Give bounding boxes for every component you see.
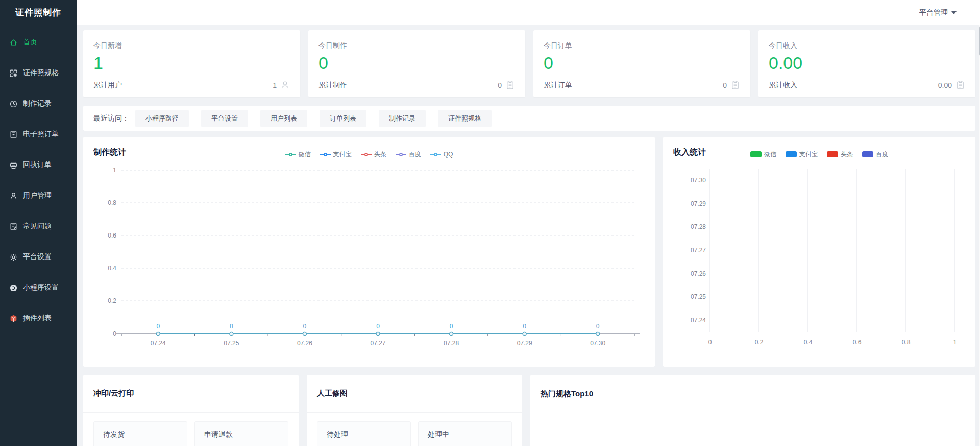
- sidebar-item-label: 回执订单: [23, 160, 52, 170]
- line-legend-marker: [430, 153, 441, 156]
- panel-stat-label: 待处理: [327, 430, 401, 439]
- legend-item-QQ[interactable]: QQ: [430, 151, 453, 158]
- bar-legend-marker: [786, 151, 797, 157]
- svg-text:0.8: 0.8: [902, 339, 911, 346]
- clipboard-icon: [955, 80, 965, 90]
- panel-title-row: 冲印/云打印: [83, 375, 299, 413]
- recent-visits-bar: 最近访问： 小程序路径平台设置用户列表订单列表制作记录证件照规格: [83, 106, 975, 131]
- legend-item-百度[interactable]: 百度: [862, 150, 888, 159]
- sidebar-item-user-mgmt[interactable]: 用户管理: [0, 180, 77, 211]
- svg-text:0.4: 0.4: [804, 339, 813, 346]
- panel-title-row: 热门规格Top10: [530, 375, 975, 413]
- svg-text:0: 0: [596, 323, 600, 330]
- stat-card-label: 今日订单: [544, 41, 740, 51]
- income-stats-bar-chart: 00.20.40.60.8107.3007.2907.2807.2707.260…: [673, 162, 965, 359]
- svg-text:0.6: 0.6: [853, 339, 862, 346]
- sidebar-item-label: 用户管理: [23, 191, 52, 200]
- recent-link-4[interactable]: 制作记录: [379, 110, 426, 127]
- sidebar: 证件照制作 首页证件照规格制作记录电子照订单回执订单用户管理常见问题平台设置小程…: [0, 0, 77, 446]
- svg-text:07.28: 07.28: [444, 340, 459, 347]
- income-stats-legend: 微信支付宝头条百度: [750, 150, 888, 159]
- sidebar-item-faq[interactable]: 常见问题: [0, 211, 77, 242]
- sidebar-item-ephoto-order[interactable]: 电子照订单: [0, 119, 77, 150]
- legend-item-微信[interactable]: 微信: [750, 150, 776, 159]
- sidebar-item-miniprogram[interactable]: 小程序设置: [0, 272, 77, 303]
- panel-1: 人工修图待处理0处理中0: [307, 375, 522, 446]
- svg-text:07.25: 07.25: [691, 293, 706, 300]
- printer-icon: [9, 161, 18, 170]
- svg-text:07.30: 07.30: [590, 340, 605, 347]
- legend-label: 微信: [299, 150, 311, 159]
- panel-2: 热门规格Top10: [530, 375, 975, 446]
- panel-stat-label: 处理中: [428, 430, 502, 439]
- stat-card-label: 今日收入: [769, 41, 965, 51]
- stat-card-value: 0.00: [769, 54, 965, 80]
- svg-text:0: 0: [230, 323, 233, 330]
- legend-item-头条[interactable]: 头条: [827, 150, 853, 159]
- svg-text:07.30: 07.30: [691, 177, 706, 184]
- make-stats-chart-title: 制作统计: [93, 147, 126, 158]
- panel-stat-label: 待发货: [103, 430, 178, 439]
- platform-admin-dropdown[interactable]: 平台管理: [919, 8, 957, 17]
- panel-body: 待发货0申请退款0: [83, 413, 299, 446]
- legend-label: 百度: [409, 150, 421, 159]
- stat-card-label: 今日新增: [93, 41, 290, 51]
- legend-label: 支付宝: [333, 150, 352, 159]
- make-stats-line-chart: 00.20.40.60.8107.2407.2507.2607.2707.280…: [93, 162, 645, 359]
- legend-item-百度[interactable]: 百度: [396, 150, 421, 159]
- sidebar-item-plugin-list[interactable]: 插件列表: [0, 303, 77, 334]
- recent-link-2[interactable]: 用户列表: [260, 110, 307, 127]
- recent-visits-label: 最近访问：: [93, 114, 129, 123]
- recent-link-5[interactable]: 证件照规格: [438, 110, 492, 127]
- line-legend-marker: [396, 153, 406, 156]
- bar-legend-marker: [827, 151, 838, 157]
- stat-total-label: 累计收入: [769, 81, 797, 90]
- sidebar-item-photo-spec[interactable]: 证件照规格: [0, 58, 77, 88]
- app-root: 证件照制作 首页证件照规格制作记录电子照订单回执订单用户管理常见问题平台设置小程…: [0, 0, 980, 446]
- sidebar-item-label: 电子照订单: [23, 130, 59, 139]
- panel-title-row: 人工修图: [307, 375, 522, 413]
- charts-row: 制作统计 微信支付宝头条百度QQ 00.20.40.60.8107.2407.2…: [83, 137, 975, 367]
- income-stats-chart-title: 收入统计: [673, 147, 706, 158]
- plugin-cube-icon: [9, 314, 18, 323]
- panel-body: 待处理0处理中0: [307, 413, 522, 446]
- legend-item-微信[interactable]: 微信: [285, 150, 311, 159]
- home-icon: [9, 38, 18, 47]
- legend-label: 百度: [876, 150, 888, 159]
- chevron-down-icon: [951, 11, 957, 14]
- svg-text:0: 0: [523, 323, 526, 330]
- stat-total-value: 0.00: [938, 81, 952, 89]
- sidebar-item-platform-set[interactable]: 平台设置: [0, 242, 77, 272]
- legend-item-头条[interactable]: 头条: [361, 150, 386, 159]
- legend-label: QQ: [444, 151, 453, 158]
- legend-item-支付宝[interactable]: 支付宝: [320, 150, 352, 159]
- sidebar-item-home[interactable]: 首页: [0, 27, 77, 58]
- svg-text:0: 0: [708, 339, 712, 346]
- stat-card-total-row: 累计制作0: [318, 80, 515, 90]
- recent-link-0[interactable]: 小程序路径: [135, 110, 189, 127]
- svg-text:07.26: 07.26: [297, 340, 312, 347]
- sidebar-menu: 首页证件照规格制作记录电子照订单回执订单用户管理常见问题平台设置小程序设置插件列…: [0, 25, 77, 334]
- stat-total-value: 1: [273, 81, 277, 89]
- user-icon: [9, 192, 18, 200]
- svg-text:07.28: 07.28: [691, 223, 706, 230]
- recent-link-3[interactable]: 订单列表: [320, 110, 366, 127]
- faq-doc-icon: [9, 222, 18, 231]
- stat-card-value: 0: [544, 54, 740, 80]
- sidebar-item-make-record[interactable]: 制作记录: [0, 88, 77, 119]
- sidebar-item-receipt-order[interactable]: 回执订单: [0, 150, 77, 180]
- clipboard-icon: [730, 80, 740, 90]
- stat-total-label: 累计订单: [544, 81, 572, 90]
- stat-total-label: 累计用户: [93, 81, 122, 90]
- make-stats-chart-card: 制作统计 微信支付宝头条百度QQ 00.20.40.60.8107.2407.2…: [83, 137, 655, 367]
- svg-text:0.8: 0.8: [108, 199, 116, 206]
- clipboard-icon: [505, 80, 515, 90]
- svg-text:1: 1: [113, 167, 116, 174]
- svg-text:07.24: 07.24: [151, 340, 166, 347]
- svg-text:0: 0: [303, 323, 307, 330]
- recent-link-1[interactable]: 平台设置: [201, 110, 248, 127]
- legend-item-支付宝[interactable]: 支付宝: [786, 150, 818, 159]
- line-legend-marker: [361, 153, 372, 156]
- sidebar-item-label: 制作记录: [23, 99, 52, 108]
- platform-admin-label: 平台管理: [919, 8, 948, 17]
